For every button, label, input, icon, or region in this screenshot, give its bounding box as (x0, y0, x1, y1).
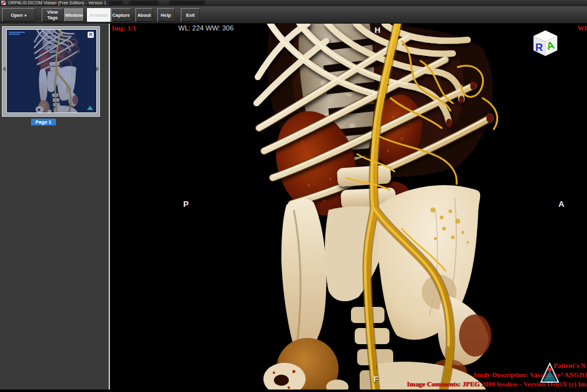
about-button[interactable]: About (135, 8, 153, 22)
exit-button[interactable]: Exit (181, 8, 200, 22)
title-bar: ORPALIS DICOM Viewer (Free Edition) - Ve… (0, 0, 587, 6)
thumbnail-annotation-text (9, 32, 25, 35)
thumbnail-orientation-cube-icon: R (88, 32, 94, 38)
cube-letter-r: R (535, 42, 543, 53)
page-thumbnail[interactable]: R (6, 29, 97, 113)
render-viewport[interactable]: Img: 1/1 WL: 224 WW: 306 WL H P A F R A … (110, 24, 587, 390)
orientation-f: F (373, 375, 378, 384)
animate-button[interactable]: Animate (87, 8, 111, 22)
orientation-a: A (558, 199, 564, 209)
image-counter: Img: 1/1 (112, 24, 136, 32)
open-button[interactable]: Open ▾ (2, 8, 35, 22)
image-comments-overlay: Image Comments: JPEG 2000 lossless - Ver… (407, 380, 587, 388)
window-title: ORPALIS DICOM Viewer (Free Edition) - Ve… (8, 0, 110, 6)
main-area: R Page 1 Img: 1/1 WL: 224 WW: 306 WL H P… (0, 24, 587, 390)
open-label: Open (11, 12, 22, 18)
app-icon (1, 1, 6, 5)
window-level-readout: WL: 224 WW: 306 (178, 24, 234, 32)
orientation-h: H (375, 25, 380, 35)
dicom-viewer-window: ORPALIS DICOM Viewer (Free Edition) - Ve… (0, 0, 587, 392)
thumbnail-osirix-icon (87, 106, 93, 110)
titlebar-ghost (107, 1, 123, 5)
orientation-cube[interactable]: R A (531, 29, 560, 58)
thumbnail-browser: R (2, 26, 100, 117)
toolbar: Open ▾ View Tags Window Animate Capture … (0, 6, 587, 24)
page-label[interactable]: Page 1 (31, 119, 56, 125)
thumbnail-scroll-left-icon[interactable] (2, 66, 6, 71)
titlebar-ghost (129, 1, 159, 5)
help-button[interactable]: Help (157, 8, 175, 22)
chevron-down-icon: ▾ (25, 13, 27, 17)
osirix-logo-icon (540, 362, 560, 386)
capture-button[interactable]: Capture (111, 8, 131, 22)
titlebar-ghost (169, 1, 205, 5)
view-tags-button[interactable]: View Tags (42, 8, 63, 22)
top-right-clipped-text: WL (578, 24, 587, 32)
thumbnail-panel: R Page 1 (0, 24, 109, 390)
study-description-overlay: Study Description: Vasculaire^ANGIO_ (473, 371, 587, 378)
bottom-strip (0, 390, 587, 392)
orientation-p: P (183, 199, 189, 209)
window-button[interactable]: Window (64, 8, 84, 22)
thumbnail-scroll-right-icon[interactable] (96, 66, 99, 71)
thumbnail-blue-tint (7, 30, 96, 112)
volume-render (110, 24, 587, 390)
